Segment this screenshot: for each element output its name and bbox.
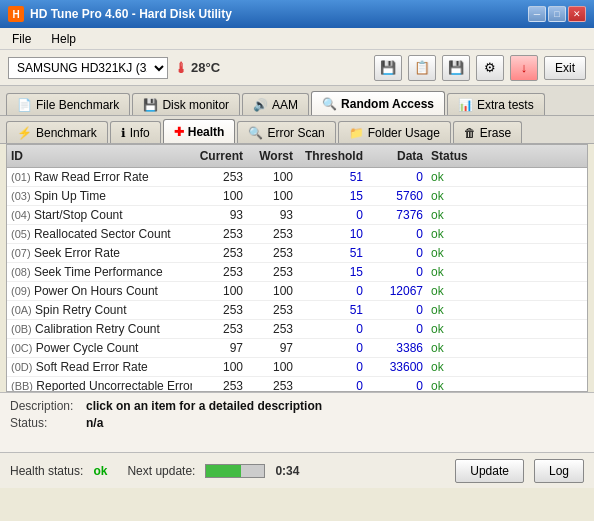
menu-file[interactable]: File — [8, 31, 35, 47]
table-row[interactable]: (0B) Calibration Retry Count 253 253 0 0… — [7, 320, 587, 339]
cell-current: 97 — [192, 340, 247, 356]
cell-worst: 253 — [247, 321, 297, 337]
cell-threshold: 0 — [297, 283, 367, 299]
cell-id: (04) Start/Stop Count — [7, 207, 192, 223]
cell-threshold: 51 — [297, 245, 367, 261]
tab-error-scan[interactable]: 🔍 Error Scan — [237, 121, 335, 143]
cell-worst: 253 — [247, 264, 297, 280]
cell-current: 253 — [192, 245, 247, 261]
progress-bar — [205, 464, 265, 478]
cell-status: ok — [427, 169, 487, 185]
cell-status: ok — [427, 226, 487, 242]
cell-data: 33600 — [367, 359, 427, 375]
cell-data: 0 — [367, 264, 427, 280]
cell-data: 0 — [367, 169, 427, 185]
app-icon: H — [8, 6, 24, 22]
table-row[interactable]: (0A) Spin Retry Count 253 253 51 0 ok — [7, 301, 587, 320]
table-row[interactable]: (01) Raw Read Error Rate 253 100 51 0 ok — [7, 168, 587, 187]
table-row[interactable]: (08) Seek Time Performance 253 253 15 0 … — [7, 263, 587, 282]
temperature-display: 🌡 28°C — [174, 60, 220, 76]
cell-id: (0D) Soft Read Error Rate — [7, 359, 192, 375]
tab-folder-usage[interactable]: 📁 Folder Usage — [338, 121, 451, 143]
cell-data: 0 — [367, 321, 427, 337]
countdown-timer: 0:34 — [275, 464, 299, 478]
cell-threshold: 15 — [297, 264, 367, 280]
status-bar: Health status: ok Next update: 0:34 Upda… — [0, 452, 594, 488]
tab-benchmark[interactable]: ⚡ Benchmark — [6, 121, 108, 143]
tab-extra-tests[interactable]: 📊 Extra tests — [447, 93, 545, 115]
cell-threshold: 51 — [297, 169, 367, 185]
cell-data: 5760 — [367, 188, 427, 204]
menu-help[interactable]: Help — [47, 31, 80, 47]
tab-info[interactable]: ℹ Info — [110, 121, 161, 143]
toolbar-btn-2[interactable]: 📋 — [408, 55, 436, 81]
cell-worst: 253 — [247, 378, 297, 391]
tab-health[interactable]: ✚ Health — [163, 119, 236, 143]
title-bar: H HD Tune Pro 4.60 - Hard Disk Utility ─… — [0, 0, 594, 28]
cell-status: ok — [427, 245, 487, 261]
cell-status: ok — [427, 188, 487, 204]
cell-data: 3386 — [367, 340, 427, 356]
tab-disk-monitor[interactable]: 💾 Disk monitor — [132, 93, 240, 115]
cell-worst: 93 — [247, 207, 297, 223]
col-data: Data — [367, 147, 427, 165]
cell-id: (08) Seek Time Performance — [7, 264, 192, 280]
aam-icon: 🔊 — [253, 98, 268, 112]
menu-bar: File Help — [0, 28, 594, 50]
table-row[interactable]: (03) Spin Up Time 100 100 15 5760 ok — [7, 187, 587, 206]
erase-icon: 🗑 — [464, 126, 476, 140]
cell-current: 253 — [192, 378, 247, 391]
table-row[interactable]: (0C) Power Cycle Count 97 97 0 3386 ok — [7, 339, 587, 358]
cell-status: ok — [427, 378, 487, 391]
cell-data: 12067 — [367, 283, 427, 299]
cell-status: ok — [427, 264, 487, 280]
cell-worst: 100 — [247, 359, 297, 375]
toolbar-btn-1[interactable]: 💾 — [374, 55, 402, 81]
table-row[interactable]: (05) Reallocated Sector Count 253 253 10… — [7, 225, 587, 244]
minimize-button[interactable]: ─ — [528, 6, 546, 22]
close-button[interactable]: ✕ — [568, 6, 586, 22]
cell-current: 100 — [192, 359, 247, 375]
cell-threshold: 51 — [297, 302, 367, 318]
col-current: Current — [192, 147, 247, 165]
tab-aam[interactable]: 🔊 AAM — [242, 93, 309, 115]
cell-id: (0A) Spin Retry Count — [7, 302, 192, 318]
window-title: HD Tune Pro 4.60 - Hard Disk Utility — [30, 7, 232, 21]
thermometer-icon: 🌡 — [174, 60, 188, 76]
table-row[interactable]: (09) Power On Hours Count 100 100 0 1206… — [7, 282, 587, 301]
disk-monitor-icon: 💾 — [143, 98, 158, 112]
log-button[interactable]: Log — [534, 459, 584, 483]
table-row[interactable]: (0D) Soft Read Error Rate 100 100 0 3360… — [7, 358, 587, 377]
update-button[interactable]: Update — [455, 459, 524, 483]
tab-random-access[interactable]: 🔍 Random Access — [311, 91, 445, 115]
progress-bar-fill — [206, 465, 241, 477]
cell-id: (05) Reallocated Sector Count — [7, 226, 192, 242]
cell-id: (07) Seek Error Rate — [7, 245, 192, 261]
cell-threshold: 15 — [297, 188, 367, 204]
toolbar-btn-4[interactable]: ⚙ — [476, 55, 504, 81]
maximize-button[interactable]: □ — [548, 6, 566, 22]
table-body[interactable]: (01) Raw Read Error Rate 253 100 51 0 ok… — [7, 168, 587, 391]
table-row[interactable]: (07) Seek Error Rate 253 253 51 0 ok — [7, 244, 587, 263]
exit-button[interactable]: Exit — [544, 56, 586, 80]
error-scan-icon: 🔍 — [248, 126, 263, 140]
cell-status: ok — [427, 283, 487, 299]
window-controls: ─ □ ✕ — [528, 6, 586, 22]
cell-id: (01) Raw Read Error Rate — [7, 169, 192, 185]
cell-data: 0 — [367, 245, 427, 261]
cell-worst: 100 — [247, 188, 297, 204]
table-row[interactable]: (04) Start/Stop Count 93 93 0 7376 ok — [7, 206, 587, 225]
cell-current: 253 — [192, 169, 247, 185]
tab-file-benchmark[interactable]: 📄 File Benchmark — [6, 93, 130, 115]
toolbar-btn-3[interactable]: 💾 — [442, 55, 470, 81]
cell-id: (0C) Power Cycle Count — [7, 340, 192, 356]
description-area: Description: click on an item for a deta… — [0, 392, 594, 452]
cell-threshold: 0 — [297, 340, 367, 356]
table-row[interactable]: (BB) Reported Uncorrectable Errors 253 2… — [7, 377, 587, 391]
random-access-icon: 🔍 — [322, 97, 337, 111]
toolbar-btn-5[interactable]: ↓ — [510, 55, 538, 81]
tab-erase[interactable]: 🗑 Erase — [453, 121, 522, 143]
cell-current: 253 — [192, 264, 247, 280]
col-worst: Worst — [247, 147, 297, 165]
disk-selector[interactable]: SAMSUNG HD321KJ (320 gB) — [8, 57, 168, 79]
